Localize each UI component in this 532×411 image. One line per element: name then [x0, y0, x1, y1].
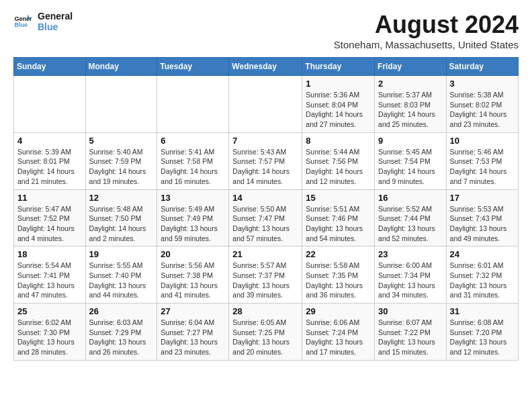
day-number: 12 — [89, 193, 154, 203]
weekday-header-wednesday: Wednesday — [229, 58, 302, 76]
day-number: 3 — [450, 79, 515, 89]
day-number: 29 — [306, 306, 371, 316]
day-info: Sunrise: 6:07 AM Sunset: 7:22 PM Dayligh… — [378, 318, 443, 357]
day-number: 13 — [161, 193, 225, 203]
day-cell: 9Sunrise: 5:45 AM Sunset: 7:54 PM Daylig… — [375, 132, 447, 189]
day-cell — [229, 76, 302, 133]
day-info: Sunrise: 5:50 AM Sunset: 7:47 PM Dayligh… — [232, 204, 298, 244]
day-cell: 5Sunrise: 5:40 AM Sunset: 7:59 PM Daylig… — [85, 132, 157, 189]
day-cell — [14, 76, 86, 133]
day-info: Sunrise: 5:43 AM Sunset: 7:57 PM Dayligh… — [232, 147, 298, 187]
day-cell: 1Sunrise: 5:36 AM Sunset: 8:04 PM Daylig… — [302, 76, 375, 133]
day-cell: 2Sunrise: 5:37 AM Sunset: 8:03 PM Daylig… — [375, 76, 447, 133]
day-info: Sunrise: 5:40 AM Sunset: 7:59 PM Dayligh… — [89, 147, 154, 187]
day-info: Sunrise: 5:57 AM Sunset: 7:37 PM Dayligh… — [232, 261, 298, 300]
logo-line2: Blue — [38, 21, 73, 32]
day-info: Sunrise: 6:01 AM Sunset: 7:32 PM Dayligh… — [450, 261, 515, 300]
week-row-3: 11Sunrise: 5:47 AM Sunset: 7:52 PM Dayli… — [14, 189, 519, 246]
logo-icon: General Blue — [13, 12, 32, 31]
logo-line1: General — [38, 11, 73, 21]
day-number: 31 — [450, 306, 515, 316]
svg-text:Blue: Blue — [14, 21, 28, 28]
day-info: Sunrise: 5:36 AM Sunset: 8:04 PM Dayligh… — [306, 90, 371, 130]
day-cell: 25Sunrise: 6:02 AM Sunset: 7:30 PM Dayli… — [14, 304, 86, 361]
week-row-5: 25Sunrise: 6:02 AM Sunset: 7:30 PM Dayli… — [14, 304, 519, 361]
day-number: 18 — [17, 249, 82, 259]
day-number: 6 — [161, 136, 225, 146]
day-info: Sunrise: 6:04 AM Sunset: 7:27 PM Dayligh… — [161, 318, 225, 357]
day-number: 20 — [161, 249, 225, 259]
day-info: Sunrise: 6:00 AM Sunset: 7:34 PM Dayligh… — [378, 261, 443, 300]
day-number: 1 — [306, 79, 371, 89]
weekday-header-thursday: Thursday — [302, 58, 375, 76]
day-number: 8 — [306, 136, 371, 146]
logo: General Blue General Blue — [13, 11, 73, 32]
day-cell: 8Sunrise: 5:44 AM Sunset: 7:56 PM Daylig… — [302, 132, 375, 189]
day-info: Sunrise: 6:08 AM Sunset: 7:20 PM Dayligh… — [450, 318, 515, 357]
week-row-4: 18Sunrise: 5:54 AM Sunset: 7:41 PM Dayli… — [14, 246, 519, 304]
day-number: 16 — [378, 193, 443, 203]
day-cell: 3Sunrise: 5:38 AM Sunset: 8:02 PM Daylig… — [446, 76, 518, 133]
day-number: 2 — [378, 79, 443, 89]
day-number: 4 — [17, 136, 82, 146]
weekday-header-friday: Friday — [375, 58, 447, 76]
day-info: Sunrise: 5:44 AM Sunset: 7:56 PM Dayligh… — [306, 147, 371, 187]
day-number: 14 — [232, 193, 298, 203]
day-cell: 17Sunrise: 5:53 AM Sunset: 7:43 PM Dayli… — [446, 189, 518, 246]
week-row-2: 4Sunrise: 5:39 AM Sunset: 8:01 PM Daylig… — [14, 132, 519, 189]
day-number: 24 — [450, 249, 515, 259]
month-year-title: August 2024 — [334, 11, 519, 39]
day-info: Sunrise: 5:54 AM Sunset: 7:41 PM Dayligh… — [17, 261, 82, 300]
day-info: Sunrise: 5:39 AM Sunset: 8:01 PM Dayligh… — [17, 147, 82, 187]
day-cell: 18Sunrise: 5:54 AM Sunset: 7:41 PM Dayli… — [14, 246, 86, 304]
day-cell: 6Sunrise: 5:41 AM Sunset: 7:58 PM Daylig… — [157, 132, 229, 189]
day-number: 22 — [306, 249, 371, 259]
day-cell: 28Sunrise: 6:05 AM Sunset: 7:25 PM Dayli… — [229, 304, 302, 361]
week-row-1: 1Sunrise: 5:36 AM Sunset: 8:04 PM Daylig… — [14, 76, 519, 133]
day-number: 5 — [89, 136, 154, 146]
day-number: 23 — [378, 249, 443, 259]
day-cell: 12Sunrise: 5:48 AM Sunset: 7:50 PM Dayli… — [85, 189, 157, 246]
day-cell: 7Sunrise: 5:43 AM Sunset: 7:57 PM Daylig… — [229, 132, 302, 189]
header: General Blue General Blue August 2024 St… — [13, 11, 519, 50]
day-cell: 10Sunrise: 5:46 AM Sunset: 7:53 PM Dayli… — [446, 132, 518, 189]
day-number: 11 — [17, 193, 82, 203]
day-cell: 23Sunrise: 6:00 AM Sunset: 7:34 PM Dayli… — [375, 246, 447, 304]
day-cell: 14Sunrise: 5:50 AM Sunset: 7:47 PM Dayli… — [229, 189, 302, 246]
weekday-header-row: SundayMondayTuesdayWednesdayThursdayFrid… — [14, 58, 519, 76]
day-number: 30 — [378, 306, 443, 316]
day-cell: 15Sunrise: 5:51 AM Sunset: 7:46 PM Dayli… — [302, 189, 375, 246]
day-info: Sunrise: 5:38 AM Sunset: 8:02 PM Dayligh… — [450, 90, 515, 130]
title-section: August 2024 Stoneham, Massachusetts, Uni… — [334, 11, 519, 50]
day-cell: 20Sunrise: 5:56 AM Sunset: 7:38 PM Dayli… — [157, 246, 229, 304]
weekday-header-monday: Monday — [85, 58, 157, 76]
day-info: Sunrise: 5:53 AM Sunset: 7:43 PM Dayligh… — [450, 204, 515, 244]
day-info: Sunrise: 6:06 AM Sunset: 7:24 PM Dayligh… — [306, 318, 371, 357]
day-info: Sunrise: 5:48 AM Sunset: 7:50 PM Dayligh… — [89, 204, 154, 244]
day-info: Sunrise: 5:47 AM Sunset: 7:52 PM Dayligh… — [17, 204, 82, 244]
day-cell: 29Sunrise: 6:06 AM Sunset: 7:24 PM Dayli… — [302, 304, 375, 361]
day-cell: 24Sunrise: 6:01 AM Sunset: 7:32 PM Dayli… — [446, 246, 518, 304]
day-info: Sunrise: 5:51 AM Sunset: 7:46 PM Dayligh… — [306, 204, 371, 244]
day-cell — [157, 76, 229, 133]
day-cell: 22Sunrise: 5:58 AM Sunset: 7:35 PM Dayli… — [302, 246, 375, 304]
day-cell: 11Sunrise: 5:47 AM Sunset: 7:52 PM Dayli… — [14, 189, 86, 246]
day-info: Sunrise: 5:45 AM Sunset: 7:54 PM Dayligh… — [378, 147, 443, 187]
day-number: 7 — [232, 136, 298, 146]
weekday-header-tuesday: Tuesday — [157, 58, 229, 76]
day-number: 25 — [17, 306, 82, 316]
day-info: Sunrise: 5:52 AM Sunset: 7:44 PM Dayligh… — [378, 204, 443, 244]
calendar-table: SundayMondayTuesdayWednesdayThursdayFrid… — [13, 57, 519, 361]
day-cell: 19Sunrise: 5:55 AM Sunset: 7:40 PM Dayli… — [85, 246, 157, 304]
day-number: 10 — [450, 136, 515, 146]
day-info: Sunrise: 5:49 AM Sunset: 7:49 PM Dayligh… — [161, 204, 225, 244]
day-info: Sunrise: 5:56 AM Sunset: 7:38 PM Dayligh… — [161, 261, 225, 300]
day-cell: 21Sunrise: 5:57 AM Sunset: 7:37 PM Dayli… — [229, 246, 302, 304]
day-number: 21 — [232, 249, 298, 259]
day-info: Sunrise: 5:55 AM Sunset: 7:40 PM Dayligh… — [89, 261, 154, 300]
day-cell: 16Sunrise: 5:52 AM Sunset: 7:44 PM Dayli… — [375, 189, 447, 246]
location-subtitle: Stoneham, Massachusetts, United States — [334, 39, 519, 50]
day-number: 26 — [89, 306, 154, 316]
day-info: Sunrise: 5:46 AM Sunset: 7:53 PM Dayligh… — [450, 147, 515, 187]
day-info: Sunrise: 5:41 AM Sunset: 7:58 PM Dayligh… — [161, 147, 225, 187]
